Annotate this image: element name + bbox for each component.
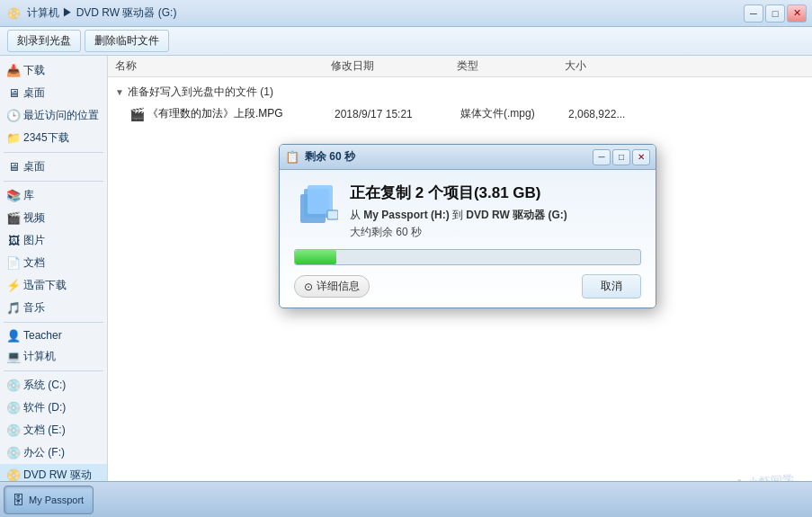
- sidebar-divider: [4, 370, 103, 371]
- dialog-text-area: 正在复制 2 个项目(3.81 GB) 从 My Passport (H:) 到…: [350, 183, 567, 240]
- dest-drive: DVD RW 驱动器 (G:): [466, 209, 567, 221]
- sidebar-icon-dvd_g: 📀: [7, 469, 20, 482]
- toolbar: 刻录到光盘 删除临时文件: [0, 27, 812, 56]
- dialog-body: 正在复制 2 个项目(3.81 GB) 从 My Passport (H:) 到…: [280, 170, 656, 308]
- sidebar-icon-teacher: 👤: [7, 329, 20, 342]
- table-row[interactable]: 🎬 《有理数的加法》上段.MPG 2018/9/17 15:21 媒体文件(.m…: [108, 103, 812, 124]
- maximize-button[interactable]: □: [765, 4, 785, 22]
- sidebar-icon-desktop2: 🖥: [7, 161, 20, 174]
- dialog-subtitle: 从 My Passport (H:) 到 DVD RW 驱动器 (G:): [350, 207, 567, 223]
- sidebar-item-download[interactable]: 📥下载: [0, 59, 107, 82]
- title-bar-text: 计算机 ▶ DVD RW 驱动器 (G:): [27, 5, 744, 21]
- group-header: ▼ 准备好写入到光盘中的文件 (1): [108, 81, 812, 103]
- progress-bar-fill: [295, 250, 336, 264]
- sidebar-item-recent[interactable]: 🕒最近访问的位置: [0, 104, 107, 127]
- group-header-text: 准备好写入到光盘中的文件 (1): [128, 85, 273, 100]
- sidebar-label-desktop2: 桌面: [23, 159, 45, 174]
- file-type: 媒体文件(.mpg): [460, 106, 568, 121]
- sidebar-item-thunder[interactable]: ⚡迅雷下载: [0, 274, 107, 297]
- sidebar-icon-video: 🎬: [7, 212, 20, 225]
- delete-temp-button[interactable]: 删除临时文件: [85, 30, 169, 52]
- sidebar: 📥下载🖥桌面🕒最近访问的位置📁2345下载🖥桌面📚库🎬视频🖼图片📄文档⚡迅雷下载…: [0, 56, 108, 517]
- dialog-title-text: 剩余 60 秒: [305, 149, 593, 165]
- sidebar-icon-download: 📥: [7, 65, 20, 77]
- col-name: 名称: [115, 58, 331, 74]
- sidebar-item-picture[interactable]: 🖼图片: [0, 229, 107, 252]
- dialog-footer: ⊙ 详细信息 取消: [294, 274, 641, 299]
- detail-button[interactable]: ⊙ 详细信息: [294, 275, 370, 298]
- dialog-title-bar: 📋 剩余 60 秒 ─ □ ✕: [280, 145, 656, 170]
- source-drive: My Passport (H:): [363, 209, 449, 221]
- sidebar-icon-software_d: 💿: [7, 402, 20, 414]
- close-button[interactable]: ✕: [787, 4, 807, 22]
- sidebar-icon-computer: 💻: [7, 351, 20, 363]
- sidebar-icon-recent: 🕒: [7, 110, 20, 122]
- sidebar-label-thunder: 迅雷下载: [23, 278, 67, 293]
- dialog-title-buttons: ─ □ ✕: [593, 149, 650, 165]
- sidebar-label-download: 下载: [23, 63, 45, 78]
- sidebar-item-video[interactable]: 🎬视频: [0, 207, 107, 229]
- col-size: 大小: [565, 58, 655, 74]
- sidebar-item-desktop2[interactable]: 🖥桌面: [0, 156, 107, 178]
- sidebar-label-library: 库: [23, 188, 34, 203]
- sidebar-icon-system_c: 💿: [7, 379, 20, 392]
- sidebar-label-recent: 最近访问的位置: [23, 108, 99, 123]
- sidebar-icon-music: 🎵: [7, 302, 20, 315]
- group-arrow-icon: ▼: [115, 87, 124, 97]
- sidebar-item-music[interactable]: 🎵音乐: [0, 297, 107, 319]
- dialog-close-button[interactable]: ✕: [632, 149, 650, 165]
- sidebar-icon-desktop: 🖥: [7, 87, 20, 100]
- sidebar-divider: [4, 181, 103, 182]
- sidebar-label-desktop: 桌面: [23, 85, 45, 101]
- sidebar-icon-2345: 📁: [7, 132, 20, 145]
- sidebar-item-teacher[interactable]: 👤Teacher: [0, 325, 107, 345]
- taskbar: 🗄My Passport: [0, 481, 812, 517]
- minimize-button[interactable]: ─: [744, 4, 763, 22]
- sidebar-item-doc_e[interactable]: 💿文档 (E:): [0, 419, 107, 441]
- sidebar-item-office_f[interactable]: 💿办公 (F:): [0, 441, 107, 464]
- sidebar-item-desktop[interactable]: 🖥桌面: [0, 82, 107, 104]
- window-icon: 📀: [5, 5, 22, 22]
- sidebar-item-2345[interactable]: 📁2345下载: [0, 127, 107, 149]
- dialog-main-title: 正在复制 2 个项目(3.81 GB): [350, 183, 567, 203]
- taskbar-label-mypassport_task: My Passport: [29, 495, 84, 505]
- sidebar-label-software_d: 软件 (D:): [23, 400, 66, 415]
- file-size: 2,068,922...: [568, 108, 658, 120]
- sidebar-item-document[interactable]: 📄文档: [0, 252, 107, 274]
- sidebar-label-video: 视频: [23, 210, 45, 226]
- col-date: 修改日期: [331, 58, 457, 74]
- svg-rect-2: [308, 185, 333, 214]
- copy-dialog: 📋 剩余 60 秒 ─ □ ✕ 正在复制: [279, 144, 656, 308]
- sidebar-icon-picture: 🖼: [7, 235, 20, 247]
- sidebar-item-system_c[interactable]: 💿系统 (C:): [0, 374, 107, 397]
- sidebar-label-doc_e: 文档 (E:): [23, 423, 66, 438]
- burn-button[interactable]: 刻录到光盘: [7, 30, 81, 52]
- title-bar-buttons: ─ □ ✕: [744, 4, 807, 22]
- sidebar-label-office_f: 办公 (F:): [23, 445, 65, 460]
- sidebar-icon-document: 📄: [7, 257, 20, 270]
- sidebar-item-computer[interactable]: 💻计算机: [0, 345, 107, 368]
- sidebar-label-2345: 2345下载: [23, 130, 69, 146]
- cancel-button[interactable]: 取消: [582, 274, 641, 299]
- sidebar-divider: [4, 322, 103, 323]
- detail-arrow-icon: ⊙: [304, 281, 313, 293]
- sidebar-item-software_d[interactable]: 💿软件 (D:): [0, 397, 107, 419]
- sidebar-icon-doc_e: 💿: [7, 424, 20, 437]
- sidebar-item-library[interactable]: 📚库: [0, 184, 107, 207]
- dialog-minimize-button[interactable]: ─: [593, 149, 611, 165]
- dialog-header-area: 正在复制 2 个项目(3.81 GB) 从 My Passport (H:) 到…: [294, 183, 641, 240]
- file-date: 2018/9/17 15:21: [335, 108, 460, 120]
- title-bar: 📀 计算机 ▶ DVD RW 驱动器 (G:) ─ □ ✕: [0, 0, 812, 27]
- sidebar-label-computer: 计算机: [23, 349, 56, 364]
- sidebar-label-music: 音乐: [23, 300, 45, 316]
- sidebar-label-document: 文档: [23, 255, 45, 271]
- dialog-time: 大约剩余 60 秒: [350, 225, 567, 240]
- dialog-icon: 📋: [285, 150, 299, 165]
- sidebar-label-system_c: 系统 (C:): [23, 378, 66, 393]
- table-header: 名称 修改日期 类型 大小: [108, 56, 812, 77]
- taskbar-item-mypassport_task[interactable]: 🗄My Passport: [4, 486, 94, 514]
- dialog-maximize-button[interactable]: □: [612, 149, 630, 165]
- sidebar-icon-office_f: 💿: [7, 447, 20, 459]
- col-type: 类型: [457, 58, 565, 74]
- file-name-text: 《有理数的加法》上段.MPG: [147, 106, 283, 121]
